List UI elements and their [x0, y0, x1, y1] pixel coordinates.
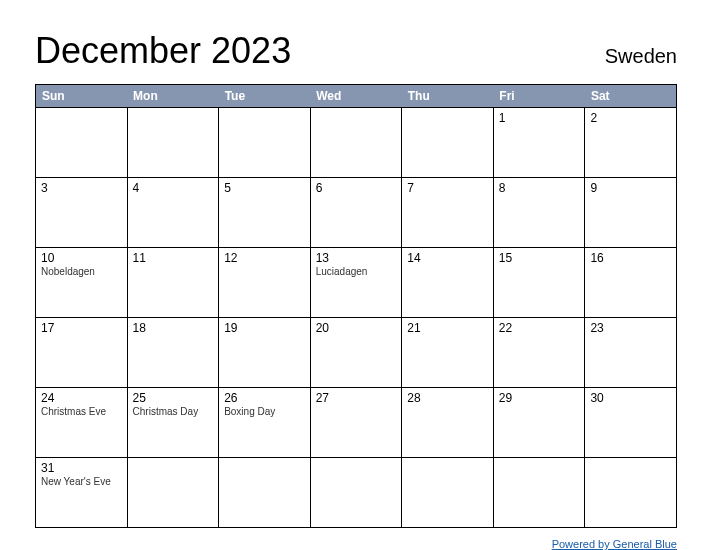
day-number: 26	[224, 391, 305, 405]
day-number: 6	[316, 181, 397, 195]
day-event: Christmas Day	[133, 406, 214, 417]
calendar-day-cell: 30	[585, 388, 677, 458]
weekday-header: Sun	[36, 85, 128, 108]
calendar-day-cell: 24Christmas Eve	[36, 388, 128, 458]
calendar-day-cell: 3	[36, 178, 128, 248]
calendar-day-cell: 13Luciadagen	[310, 248, 402, 318]
day-number: 28	[407, 391, 488, 405]
calendar-day-cell	[127, 108, 219, 178]
calendar-day-cell: 31New Year's Eve	[36, 458, 128, 528]
calendar-day-cell: 4	[127, 178, 219, 248]
calendar-day-cell: 16	[585, 248, 677, 318]
calendar-day-cell	[127, 458, 219, 528]
calendar-day-cell: 20	[310, 318, 402, 388]
calendar-day-cell: 22	[493, 318, 585, 388]
day-number: 1	[499, 111, 580, 125]
day-number: 9	[590, 181, 671, 195]
calendar-day-cell	[219, 108, 311, 178]
calendar-day-cell	[310, 458, 402, 528]
day-number: 2	[590, 111, 671, 125]
day-number: 30	[590, 391, 671, 405]
calendar-week-row: 31New Year's Eve	[36, 458, 677, 528]
calendar-day-cell: 9	[585, 178, 677, 248]
calendar-country: Sweden	[605, 45, 677, 68]
day-number: 8	[499, 181, 580, 195]
weekday-header: Fri	[493, 85, 585, 108]
calendar-day-cell: 17	[36, 318, 128, 388]
calendar-day-cell: 12	[219, 248, 311, 318]
calendar-day-cell: 8	[493, 178, 585, 248]
day-number: 19	[224, 321, 305, 335]
calendar-week-row: 12	[36, 108, 677, 178]
day-number: 31	[41, 461, 122, 475]
calendar-day-cell	[402, 108, 494, 178]
day-number: 18	[133, 321, 214, 335]
credit-link[interactable]: Powered by General Blue	[552, 538, 677, 550]
weekday-header: Thu	[402, 85, 494, 108]
day-number: 21	[407, 321, 488, 335]
day-event: Luciadagen	[316, 266, 397, 277]
calendar-day-cell: 6	[310, 178, 402, 248]
calendar-day-cell	[36, 108, 128, 178]
day-number: 7	[407, 181, 488, 195]
calendar-day-cell	[585, 458, 677, 528]
day-number: 3	[41, 181, 122, 195]
day-event: Nobeldagen	[41, 266, 122, 277]
calendar-day-cell: 2	[585, 108, 677, 178]
calendar-day-cell: 11	[127, 248, 219, 318]
calendar-day-cell: 5	[219, 178, 311, 248]
day-event: Christmas Eve	[41, 406, 122, 417]
calendar-day-cell: 29	[493, 388, 585, 458]
calendar-day-cell: 1	[493, 108, 585, 178]
day-event: Boxing Day	[224, 406, 305, 417]
calendar-day-cell: 14	[402, 248, 494, 318]
calendar-day-cell: 28	[402, 388, 494, 458]
credit-line: Powered by General Blue	[35, 534, 677, 550]
calendar-day-cell	[402, 458, 494, 528]
calendar-day-cell: 15	[493, 248, 585, 318]
calendar-week-row: 17181920212223	[36, 318, 677, 388]
day-number: 5	[224, 181, 305, 195]
calendar-day-cell: 7	[402, 178, 494, 248]
calendar-title: December 2023	[35, 30, 291, 72]
calendar-day-cell: 18	[127, 318, 219, 388]
calendar-day-cell	[310, 108, 402, 178]
day-number: 22	[499, 321, 580, 335]
calendar-grid: Sun Mon Tue Wed Thu Fri Sat 12345678910N…	[35, 84, 677, 528]
day-number: 4	[133, 181, 214, 195]
calendar-day-cell: 26Boxing Day	[219, 388, 311, 458]
calendar-day-cell: 21	[402, 318, 494, 388]
day-number: 16	[590, 251, 671, 265]
calendar-week-row: 24Christmas Eve25Christmas Day26Boxing D…	[36, 388, 677, 458]
calendar-day-cell: 10Nobeldagen	[36, 248, 128, 318]
day-number: 14	[407, 251, 488, 265]
day-number: 29	[499, 391, 580, 405]
calendar-week-row: 10Nobeldagen111213Luciadagen141516	[36, 248, 677, 318]
day-number: 23	[590, 321, 671, 335]
day-number: 20	[316, 321, 397, 335]
day-number: 11	[133, 251, 214, 265]
weekday-header: Wed	[310, 85, 402, 108]
calendar-header: December 2023 Sweden	[35, 30, 677, 72]
calendar-week-row: 3456789	[36, 178, 677, 248]
day-event: New Year's Eve	[41, 476, 122, 487]
calendar-day-cell	[219, 458, 311, 528]
day-number: 15	[499, 251, 580, 265]
day-number: 13	[316, 251, 397, 265]
calendar-day-cell: 23	[585, 318, 677, 388]
day-number: 12	[224, 251, 305, 265]
day-number: 27	[316, 391, 397, 405]
weekday-header: Tue	[219, 85, 311, 108]
day-number: 10	[41, 251, 122, 265]
weekday-header: Sat	[585, 85, 677, 108]
weekday-header-row: Sun Mon Tue Wed Thu Fri Sat	[36, 85, 677, 108]
day-number: 25	[133, 391, 214, 405]
day-number: 17	[41, 321, 122, 335]
day-number: 24	[41, 391, 122, 405]
weekday-header: Mon	[127, 85, 219, 108]
calendar-day-cell: 25Christmas Day	[127, 388, 219, 458]
calendar-day-cell	[493, 458, 585, 528]
calendar-day-cell: 19	[219, 318, 311, 388]
calendar-day-cell: 27	[310, 388, 402, 458]
